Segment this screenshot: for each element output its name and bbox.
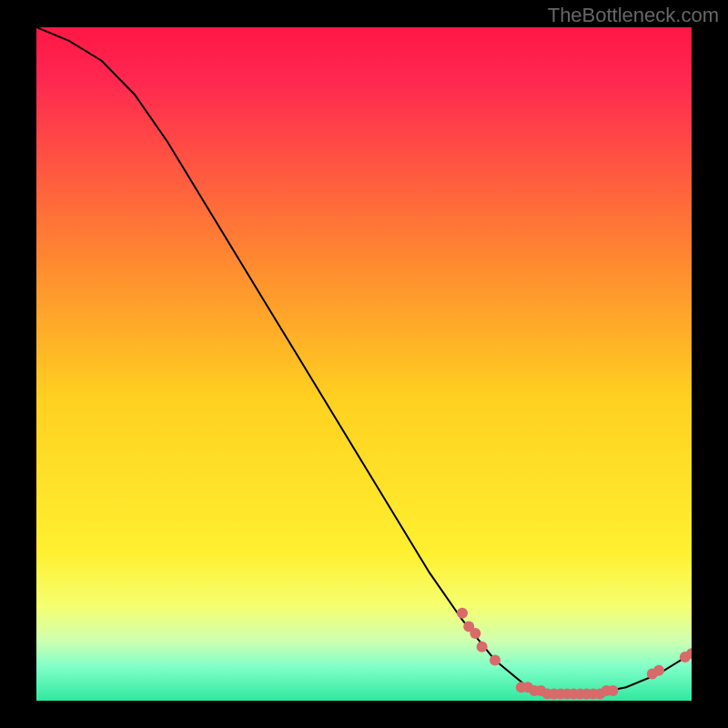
data-point: [470, 628, 480, 639]
chart-container: TheBottleneck.com: [0, 0, 728, 728]
data-point: [457, 608, 468, 619]
watermark-text: TheBottleneck.com: [548, 4, 719, 27]
data-point: [490, 655, 500, 666]
data-point: [653, 665, 664, 676]
chart-svg: [36, 27, 692, 701]
data-point: [477, 642, 488, 652]
gradient-background: [36, 27, 692, 701]
data-point: [608, 685, 619, 696]
plot-area: [36, 27, 692, 701]
